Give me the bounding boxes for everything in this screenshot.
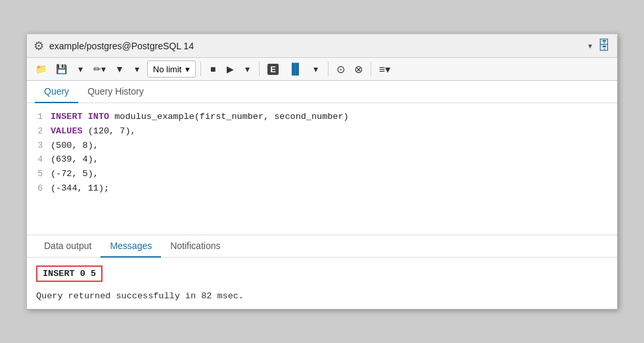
- save-icon: 💾: [56, 64, 67, 74]
- tab-messages[interactable]: Messages: [101, 235, 161, 258]
- menu-icon: ≡▾: [379, 63, 390, 76]
- top-bar: ⚙ example/postgres@PostgreSQL 14 ▾ 🗄: [27, 34, 617, 58]
- code-line-2: 2 VALUES (120, 7),: [27, 124, 617, 139]
- insert-result-badge: INSERT 0 5: [36, 265, 103, 282]
- code-line-4: 4 (639, 4),: [27, 152, 617, 167]
- tab-data-output[interactable]: Data output: [35, 235, 101, 258]
- run-icon: ▶: [227, 64, 234, 74]
- limit-label: No limit: [153, 64, 181, 74]
- connection-dropdown-icon[interactable]: ▾: [588, 41, 592, 51]
- rollback-button[interactable]: ⊗: [351, 60, 366, 78]
- stop-icon: ■: [210, 64, 216, 74]
- rollback-icon: ⊗: [354, 63, 363, 76]
- run-button[interactable]: ▶: [223, 60, 237, 78]
- folder-icon: 📁: [35, 64, 47, 74]
- save-button[interactable]: 💾: [53, 60, 70, 78]
- code-line-3: 3 (500, 8),: [27, 139, 617, 153]
- filter-button[interactable]: ▼: [112, 60, 127, 78]
- chart-button[interactable]: ▐▌: [285, 60, 306, 78]
- chart-icon: ▐▌: [288, 63, 303, 75]
- limit-dropdown[interactable]: No limit ▾: [147, 60, 196, 78]
- connection-label: example/postgres@PostgreSQL 14: [49, 41, 583, 51]
- limit-dropdown-arrow: ▾: [185, 64, 190, 74]
- output-area: INSERT 0 5 Query returned successfully i…: [27, 258, 617, 309]
- menu-button[interactable]: ≡▾: [376, 60, 394, 78]
- commit-icon: ⊙: [336, 63, 345, 76]
- success-message: Query returned successfully in 82 msec.: [36, 291, 608, 301]
- separator-1: [200, 62, 201, 76]
- code-text: modulus_example(first_number, second_num…: [114, 112, 348, 122]
- chart-dropdown-button[interactable]: ▾: [309, 60, 323, 78]
- explain-icon: E: [267, 64, 279, 75]
- code-line-6: 6 (-344, 11);: [27, 181, 617, 196]
- filter-dropdown-button[interactable]: ▾: [130, 60, 145, 78]
- separator-4: [371, 62, 371, 76]
- connection-icon: ⚙: [34, 39, 44, 53]
- save-dropdown-button[interactable]: ▾: [73, 60, 87, 78]
- stop-button[interactable]: ■: [206, 60, 220, 78]
- filter-icon: ▼: [115, 64, 124, 74]
- code-line-5: 5 (-72, 5),: [27, 167, 617, 181]
- open-file-button[interactable]: 📁: [32, 60, 50, 78]
- database-icon[interactable]: 🗄: [597, 38, 610, 53]
- code-line-1: 1 INSERT INTO modulus_example(first_numb…: [27, 110, 617, 124]
- toolbar: 📁 💾 ▾ ✏▾ ▼ ▾ No limit ▾ ■ ▶ ▾ E ▐▌ ▾: [27, 58, 617, 81]
- separator-3: [328, 62, 329, 76]
- tab-notifications[interactable]: Notifications: [161, 235, 229, 258]
- keyword-insert: INSERT INTO: [51, 112, 114, 122]
- edit-button[interactable]: ✏▾: [90, 60, 109, 78]
- tab-query[interactable]: Query: [35, 81, 78, 103]
- bottom-tab-bar: Data output Messages Notifications: [27, 235, 617, 258]
- keyword-values: VALUES: [51, 126, 88, 136]
- run-dropdown-button[interactable]: ▾: [240, 60, 254, 78]
- query-tab-bar: Query Query History: [27, 81, 617, 103]
- separator-2: [259, 62, 260, 76]
- explain-button[interactable]: E: [264, 60, 282, 78]
- commit-button[interactable]: ⊙: [333, 60, 348, 78]
- editor[interactable]: 1 INSERT INTO modulus_example(first_numb…: [27, 103, 617, 235]
- main-window: ⚙ example/postgres@PostgreSQL 14 ▾ 🗄 📁 💾…: [26, 34, 618, 309]
- tab-query-history[interactable]: Query History: [78, 81, 153, 103]
